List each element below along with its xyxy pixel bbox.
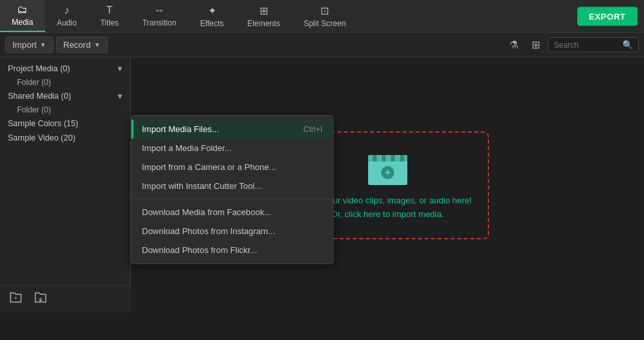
record-label: Record	[63, 40, 91, 50]
bottom-bar: +	[0, 285, 131, 313]
nav-label-elements: Elements	[247, 19, 280, 28]
split-screen-icon: ⊡	[320, 5, 329, 17]
sidebar-sub-folder-0[interactable]: Folder (0)	[0, 76, 130, 89]
sidebar-item-project-media[interactable]: Project Media (0) ▼	[0, 61, 130, 76]
record-button[interactable]: Record ▼	[56, 37, 108, 53]
sidebar-item-sample-colors[interactable]: Sample Colors (15)	[0, 116, 130, 131]
audio-icon: ♪	[64, 5, 69, 16]
download-flickr-label: Download Photos from Flickr...	[142, 245, 257, 255]
nav-item-transition[interactable]: ↔ Transition	[131, 0, 188, 32]
dropdown-divider	[131, 199, 333, 199]
nav-label-audio: Audio	[57, 18, 77, 27]
record-chevron-icon: ▼	[94, 41, 101, 48]
nav-label-split-screen: Split Screen	[303, 19, 346, 28]
export-button[interactable]: EXPORT	[577, 7, 637, 26]
svg-rect-2	[373, 155, 377, 162]
sub-folder-label-0: Folder (0)	[17, 78, 51, 87]
download-instagram-label: Download Photos from Instagram...	[142, 226, 275, 236]
dropdown-item-download-facebook[interactable]: Download Media from Facebook...	[131, 203, 333, 222]
import-button[interactable]: Import ▼	[5, 37, 54, 53]
import-label: Import	[12, 40, 37, 50]
transition-icon: ↔	[154, 5, 165, 16]
dropdown-item-import-camera[interactable]: Import from a Camera or a Phone...	[131, 158, 333, 177]
search-box: 🔍	[548, 37, 639, 52]
import-files-label: Import Media Files...	[142, 124, 219, 134]
elements-icon: ⊞	[260, 5, 268, 17]
svg-text:+: +	[14, 295, 17, 301]
download-facebook-label: Download Media from Facebook...	[142, 207, 271, 217]
import-dropdown-menu: Import Media Files... Ctrl+I Import a Me…	[131, 115, 333, 264]
nav-item-split-screen[interactable]: ⊡ Split Screen	[292, 0, 358, 32]
nav-item-effects[interactable]: ✦ Effects	[188, 0, 235, 32]
sidebar: Project Media (0) ▼ Folder (0) Shared Me…	[0, 58, 131, 313]
clapperboard-icon: +	[365, 148, 411, 188]
search-input[interactable]	[554, 41, 619, 50]
effects-icon: ✦	[208, 5, 216, 17]
svg-text:+: +	[384, 167, 390, 178]
sidebar-label-sample-video: Sample Video (20)	[8, 133, 75, 143]
titles-icon: T	[107, 5, 113, 16]
media-icon: 🗂	[17, 4, 27, 16]
nav-item-audio[interactable]: ♪ Audio	[45, 0, 89, 32]
sidebar-item-sample-video[interactable]: Sample Video (20)	[0, 131, 130, 145]
top-nav: 🗂 Media ♪ Audio T Titles ↔ Transition ✦ …	[0, 0, 644, 33]
shared-media-chevron-icon: ▼	[116, 92, 124, 100]
nav-item-elements[interactable]: ⊞ Elements	[235, 0, 292, 32]
import-folder-label: Import a Media Folder...	[142, 143, 231, 153]
import-cutter-label: Import with Instant Cutter Tool...	[142, 181, 262, 191]
sidebar-label-sample-colors: Sample Colors (15)	[8, 119, 78, 128]
add-folder-button[interactable]: +	[7, 289, 25, 309]
sidebar-label-shared-media: Shared Media (0)	[8, 92, 71, 101]
dropdown-item-download-flickr[interactable]: Download Photos from Flickr...	[131, 241, 333, 260]
nav-label-effects: Effects	[200, 19, 224, 28]
import-files-shortcut: Ctrl+I	[303, 125, 322, 134]
sub-folder-label-1: Folder (0)	[17, 105, 51, 114]
dropdown-item-download-instagram[interactable]: Download Photos from Instagram...	[131, 222, 333, 241]
dropdown-item-import-files[interactable]: Import Media Files... Ctrl+I	[131, 120, 333, 139]
dropdown-item-import-cutter[interactable]: Import with Instant Cutter Tool...	[131, 177, 333, 196]
svg-rect-4	[391, 155, 395, 162]
nav-label-media: Media	[12, 18, 33, 27]
import-folder-button[interactable]	[31, 289, 50, 309]
import-folder-icon	[34, 292, 47, 303]
nav-item-media[interactable]: 🗂 Media	[0, 0, 45, 32]
nav-item-titles[interactable]: T Titles	[88, 0, 130, 32]
new-folder-icon: +	[9, 292, 22, 303]
sidebar-label-project-media: Project Media (0)	[8, 64, 70, 73]
svg-rect-3	[382, 155, 386, 162]
dropdown-item-import-folder[interactable]: Import a Media Folder...	[131, 139, 333, 158]
nav-label-titles: Titles	[100, 18, 118, 27]
import-chevron-icon: ▼	[40, 41, 46, 48]
toolbar-bar: Import ▼ Record ▼ ⚗ ⊞ 🔍	[0, 33, 644, 58]
sidebar-sub-folder-1[interactable]: Folder (0)	[0, 103, 130, 116]
import-camera-label: Import from a Camera or a Phone...	[142, 162, 276, 172]
nav-label-transition: Transition	[143, 18, 177, 27]
filter-icon[interactable]: ⚗	[504, 36, 524, 54]
grid-view-icon[interactable]: ⊞	[526, 36, 545, 54]
svg-rect-5	[400, 155, 404, 162]
search-icon[interactable]: 🔍	[622, 40, 633, 50]
project-media-chevron-icon: ▼	[116, 65, 124, 73]
sidebar-item-shared-media[interactable]: Shared Media (0) ▼	[0, 89, 130, 103]
